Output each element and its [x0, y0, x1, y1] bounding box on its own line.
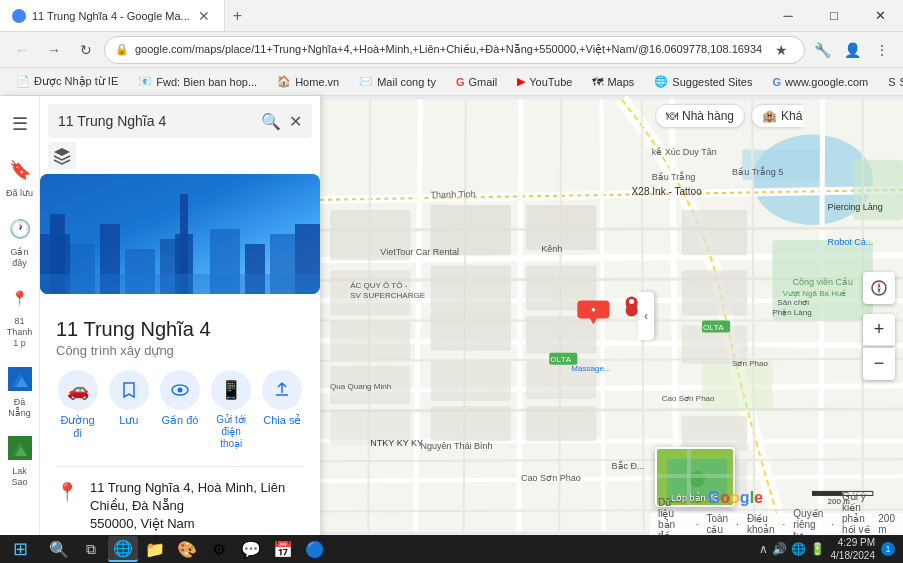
map-svg: Công viên Cầu Vượt Ngã Ba Huế	[320, 96, 903, 535]
sidebar-left-strip: ☰ 🔖 Đã lưu 🕐 Gần đây 📍 81 Thanh1 p	[0, 96, 40, 535]
layer-button[interactable]	[48, 142, 76, 170]
search-box[interactable]: 🔍 ✕	[48, 104, 312, 138]
sidebar-saved[interactable]: 🔖 Đã lưu	[0, 150, 40, 203]
zoom-in-button[interactable]: +	[863, 314, 895, 346]
bookmark-label: Gmail	[468, 76, 497, 88]
laksao-label: Lak Sao	[4, 466, 36, 488]
bookmark-duoc-nhap[interactable]: 📄 Được Nhập từ IE	[8, 73, 126, 90]
map-area[interactable]: 🍽 Nhà hàng 🏨 Khách sạn 📍 Điểm tham quan …	[320, 96, 903, 535]
svg-text:Sơn Phao: Sơn Phao	[732, 359, 768, 368]
navbar: ← → ↻ 🔒 ★ 🔧 👤 ⋮	[0, 32, 903, 68]
search-button[interactable]: 🔍	[261, 112, 281, 131]
search-input[interactable]	[58, 113, 253, 129]
notification-badge[interactable]: 1	[881, 542, 895, 556]
svg-rect-65	[526, 406, 596, 441]
svg-rect-62	[431, 361, 511, 401]
bookmark-fwd[interactable]: 📧 Fwd: Bien ban hop...	[130, 73, 265, 90]
chevron-up-icon[interactable]: ∧	[759, 542, 768, 556]
save-icon	[109, 370, 149, 410]
save-button[interactable]: Lưu	[107, 370, 150, 450]
bookmark-label: www.google.com	[785, 76, 868, 88]
window-controls: ─ □ ✕	[765, 0, 903, 31]
bookmark-seho[interactable]: S Seho 1.6.0 - Tong q...	[880, 74, 903, 90]
network-icon[interactable]: 🌐	[791, 542, 806, 556]
close-button[interactable]: ✕	[857, 0, 903, 32]
sidebar-recent[interactable]: 🕐 Gần đây	[0, 209, 40, 273]
taskbar-chrome[interactable]: 🔵	[300, 536, 330, 562]
refresh-button[interactable]: ↻	[72, 36, 100, 64]
filter-hotel[interactable]: 🏨 Khách sạn	[751, 104, 803, 128]
filter-restaurant[interactable]: 🍽 Nhà hàng	[655, 104, 745, 128]
tab-area: 11 Trung Nghĩa 4 - Google Ma... ✕ +	[0, 0, 765, 31]
hamburger-icon[interactable]: ☰	[4, 108, 36, 140]
saved-label: Đã lưu	[6, 188, 33, 199]
back-button[interactable]: ←	[8, 36, 36, 64]
new-tab-button[interactable]: +	[225, 3, 250, 29]
main-pin-marker	[626, 296, 638, 316]
taskbar-search[interactable]: 🔍	[44, 536, 74, 562]
taskbar-app2[interactable]: ⚙	[204, 536, 234, 562]
taskbar-chat[interactable]: 💬	[236, 536, 266, 562]
star-icon[interactable]: ★	[768, 37, 794, 63]
sidebar-laksao[interactable]: Lak Sao	[0, 428, 40, 492]
bookmark-gmail[interactable]: G Gmail	[448, 74, 505, 90]
profile-icon[interactable]: 👤	[839, 37, 865, 63]
volume-icon[interactable]: 🔊	[772, 542, 787, 556]
svg-text:Robot Cà...: Robot Cà...	[828, 237, 874, 247]
taskbar-edge[interactable]: 🌐	[108, 536, 138, 562]
bookmark-maps[interactable]: 🗺 Maps	[584, 74, 642, 90]
tab-favicon	[12, 9, 26, 23]
bookmark-mail-cong-ty[interactable]: ✉️ Mail cong ty	[351, 73, 444, 90]
send-button[interactable]: 📱 Gửi tới điệnthoại	[210, 370, 253, 450]
bookmark-google[interactable]: G www.google.com	[764, 74, 876, 90]
active-tab[interactable]: 11 Trung Nghĩa 4 - Google Ma... ✕	[0, 0, 225, 31]
taskbar-taskview[interactable]: ⧉	[76, 536, 106, 562]
minimize-button[interactable]: ─	[765, 0, 811, 32]
bookmark-home-vn[interactable]: 🏠 Home.vn	[269, 73, 347, 90]
calendar-icon: 📅	[273, 540, 293, 559]
sidebar-main: 🔍 ✕	[40, 96, 320, 535]
nearby-button[interactable]: Gần đó	[158, 370, 201, 450]
share-button[interactable]: Chia sẻ	[261, 370, 304, 450]
address-input[interactable]	[135, 44, 762, 56]
sidebar-location-81[interactable]: 📍 81 Thanh1 p	[0, 278, 40, 352]
sidebar-menu-toggle[interactable]: ☰	[0, 104, 40, 144]
forward-button[interactable]: →	[40, 36, 68, 64]
svg-text:Massage...: Massage...	[571, 364, 610, 373]
more-icon[interactable]: ⋮	[869, 37, 895, 63]
map-controls: + −	[863, 272, 895, 380]
bookmark-label: Seho 1.6.0 - Tong q...	[900, 76, 903, 88]
location-icon[interactable]: 📍	[4, 282, 36, 314]
bookmark-icon: 🏠	[277, 75, 291, 88]
bookmark-icon[interactable]: 🔖	[4, 154, 36, 186]
address-bar[interactable]: 🔒 ★	[104, 36, 805, 64]
feedback-text[interactable]: Quyền riêng tư	[793, 508, 823, 536]
location-label: 81 Thanh1 p	[4, 316, 36, 348]
taskbar-calendar[interactable]: 📅	[268, 536, 298, 562]
zoom-out-button[interactable]: −	[863, 348, 895, 380]
clock-icon[interactable]: 🕐	[4, 213, 36, 245]
collapse-sidebar-button[interactable]: ‹	[638, 292, 654, 340]
maximize-button[interactable]: □	[811, 0, 857, 32]
map-bottom-bar: Dữ liệu bản đồ ©2024 · Toàn cầu · Điều k…	[650, 513, 903, 535]
taskbar-app1[interactable]: 🎨	[172, 536, 202, 562]
start-button[interactable]: ⊞	[0, 535, 40, 563]
report-text: Gửi ý kiến phản hồi về sản phẩm	[842, 491, 870, 535]
taskbar-clock[interactable]: 4:29 PM 4/18/2024	[831, 536, 876, 562]
battery-icon[interactable]: 🔋	[810, 542, 825, 556]
layers-icon	[53, 147, 71, 165]
extensions-icon[interactable]: 🔧	[809, 37, 835, 63]
svg-rect-107	[813, 491, 843, 495]
nearby-label: Gần đó	[162, 414, 199, 427]
sidebar-danang[interactable]: Đà Nẵng	[0, 359, 40, 423]
directions-button[interactable]: 🚗 Đường đi	[56, 370, 99, 450]
taskbar-explorer[interactable]: 📁	[140, 536, 170, 562]
filter-chips: 🍽 Nhà hàng 🏨 Khách sạn 📍 Điểm tham quan …	[655, 102, 803, 130]
bookmark-youtube[interactable]: ▶ YouTube	[509, 73, 580, 90]
search-clear-button[interactable]: ✕	[289, 112, 302, 131]
explorer-icon: 📁	[145, 540, 165, 559]
bookmark-suggested[interactable]: 🌐 Suggested Sites	[646, 73, 760, 90]
compass-button[interactable]	[863, 272, 895, 304]
tab-close-button[interactable]: ✕	[196, 6, 212, 26]
svg-point-102	[629, 299, 634, 304]
